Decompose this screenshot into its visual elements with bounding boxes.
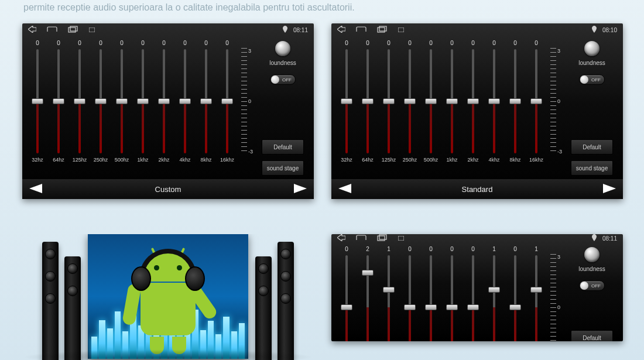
sound-stage-button[interactable]: sound stage bbox=[262, 160, 304, 176]
slider-thumb[interactable] bbox=[488, 98, 500, 104]
slider-value: 0 bbox=[36, 40, 39, 48]
eq-slider[interactable]: 08khz bbox=[196, 40, 217, 179]
eq-slider[interactable]: 08khz bbox=[505, 40, 526, 179]
slider-freq-label: 500hz bbox=[115, 157, 129, 164]
slider-thumb[interactable] bbox=[488, 287, 500, 293]
slider-thumb[interactable] bbox=[467, 98, 479, 104]
slider-thumb[interactable] bbox=[341, 98, 352, 104]
eq-slider[interactable]: 064hz bbox=[357, 40, 378, 179]
back-icon[interactable] bbox=[337, 234, 345, 242]
slider-thumb[interactable] bbox=[362, 98, 374, 104]
back-icon[interactable] bbox=[28, 26, 36, 34]
slider-thumb[interactable] bbox=[446, 98, 458, 104]
eq-slider[interactable]: 02khz bbox=[153, 40, 174, 179]
eq-slider[interactable]: 14khz bbox=[484, 246, 505, 341]
eq-slider[interactable]: 1125hz bbox=[378, 246, 399, 341]
slider-thumb[interactable] bbox=[530, 98, 542, 104]
slider-thumb[interactable] bbox=[179, 98, 191, 104]
slider-thumb[interactable] bbox=[137, 98, 149, 104]
slider-value: 0 bbox=[513, 40, 517, 48]
eq-slider[interactable]: 0500hz bbox=[420, 246, 441, 341]
eq-slider[interactable]: 0250hz bbox=[399, 246, 420, 341]
slider-value: 0 bbox=[408, 246, 412, 254]
eq-slider[interactable]: 0125hz bbox=[69, 40, 90, 179]
default-button[interactable]: Default bbox=[262, 139, 304, 155]
eq-slider[interactable]: 04khz bbox=[484, 40, 505, 179]
slider-thumb[interactable] bbox=[425, 98, 437, 104]
eq-slider[interactable]: 0500hz bbox=[420, 40, 441, 179]
eq-slider[interactable]: 032hz bbox=[27, 40, 48, 179]
eq-slider[interactable]: 02khz bbox=[463, 246, 484, 341]
eq-slider[interactable]: 032hz bbox=[336, 40, 357, 179]
slider-freq-label: 1khz bbox=[137, 157, 148, 164]
loudness-toggle[interactable]: OFF bbox=[579, 74, 605, 85]
eq-slider[interactable]: 01khz bbox=[441, 246, 463, 341]
slider-thumb[interactable] bbox=[446, 304, 458, 310]
default-button[interactable]: Default bbox=[571, 139, 613, 155]
slider-freq-label: 16khz bbox=[529, 157, 543, 164]
svg-rect-2 bbox=[89, 28, 95, 32]
slider-thumb[interactable] bbox=[32, 98, 43, 104]
home-icon[interactable] bbox=[356, 26, 366, 33]
loudness-knob[interactable] bbox=[584, 247, 600, 262]
eq-slider[interactable]: 016khz bbox=[217, 40, 238, 179]
slider-thumb[interactable] bbox=[95, 98, 107, 104]
slider-value: 0 bbox=[429, 40, 433, 48]
eq-slider[interactable]: 04khz bbox=[174, 40, 196, 179]
recent-icon[interactable] bbox=[377, 26, 388, 34]
eq-slider[interactable]: 032hz bbox=[336, 246, 357, 341]
eq-slider[interactable]: 01khz bbox=[132, 40, 153, 179]
prev-preset-button[interactable] bbox=[336, 183, 354, 196]
default-button[interactable]: Default bbox=[571, 330, 613, 341]
eq-slider[interactable]: 0125hz bbox=[378, 40, 399, 179]
eq-slider[interactable]: 064hz bbox=[48, 40, 69, 179]
eq-slider[interactable]: 08khz bbox=[505, 246, 526, 341]
eq-slider[interactable]: 0250hz bbox=[399, 40, 420, 179]
slider-thumb[interactable] bbox=[53, 98, 64, 104]
next-preset-button[interactable] bbox=[601, 183, 618, 196]
slider-thumb[interactable] bbox=[509, 98, 521, 104]
loudness-toggle[interactable]: OFF bbox=[579, 280, 605, 291]
android-mascot-icon bbox=[118, 249, 218, 354]
eq-slider[interactable]: 016khz bbox=[526, 40, 547, 179]
eq-slider[interactable]: 264hz bbox=[357, 246, 378, 341]
slider-thumb[interactable] bbox=[509, 304, 521, 310]
home-icon[interactable] bbox=[47, 26, 57, 33]
slider-thumb[interactable] bbox=[425, 304, 437, 310]
speaker-tower bbox=[255, 256, 272, 360]
sound-stage-button[interactable]: sound stage bbox=[571, 160, 613, 176]
eq-slider[interactable]: 02khz bbox=[463, 40, 484, 179]
slider-thumb[interactable] bbox=[221, 98, 233, 104]
recent-icon[interactable] bbox=[377, 234, 388, 242]
slider-freq-label: 2khz bbox=[467, 157, 478, 164]
next-preset-button[interactable] bbox=[292, 183, 309, 196]
slider-thumb[interactable] bbox=[200, 98, 212, 104]
slider-thumb[interactable] bbox=[116, 98, 128, 104]
eq-slider[interactable]: 01khz bbox=[441, 40, 463, 179]
slider-thumb[interactable] bbox=[530, 287, 542, 293]
eq-slider[interactable]: 0250hz bbox=[90, 40, 111, 179]
slider-thumb[interactable] bbox=[467, 304, 479, 310]
prev-preset-button[interactable] bbox=[27, 183, 44, 196]
slider-thumb[interactable] bbox=[362, 270, 374, 276]
eq-slider[interactable]: 116khz bbox=[526, 246, 547, 341]
back-icon[interactable] bbox=[337, 26, 345, 34]
loudness-toggle[interactable]: OFF bbox=[270, 74, 296, 85]
promo-screen bbox=[88, 234, 248, 359]
home-icon[interactable] bbox=[356, 235, 366, 242]
slider-thumb[interactable] bbox=[341, 304, 352, 310]
slider-thumb[interactable] bbox=[74, 98, 85, 104]
slider-thumb[interactable] bbox=[404, 304, 416, 310]
loudness-knob[interactable] bbox=[584, 41, 600, 56]
slider-value: 0 bbox=[120, 40, 124, 48]
slider-thumb[interactable] bbox=[383, 287, 395, 293]
eq-slider[interactable]: 0500hz bbox=[111, 40, 132, 179]
loudness-knob[interactable] bbox=[275, 41, 290, 56]
slider-thumb[interactable] bbox=[404, 98, 416, 104]
gps-icon bbox=[283, 26, 287, 34]
recent-icon[interactable] bbox=[68, 26, 78, 34]
app-icon bbox=[89, 27, 95, 33]
preset-name: Standard bbox=[354, 185, 601, 194]
slider-thumb[interactable] bbox=[383, 98, 395, 104]
slider-thumb[interactable] bbox=[158, 98, 170, 104]
